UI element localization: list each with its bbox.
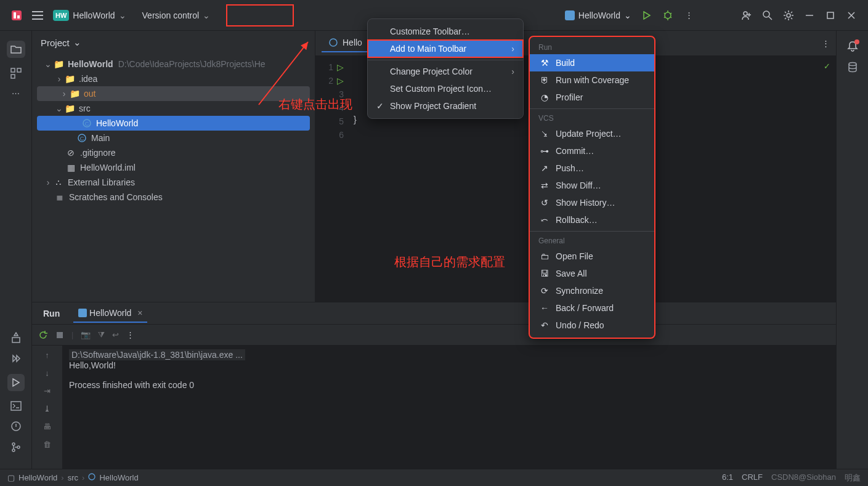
database-tool-icon[interactable] [847,62,858,73]
ctx-show-diff[interactable]: ⇄Show Diff… [530,177,654,194]
ctx-change-project-color[interactable]: Change Project Color› [368,63,523,80]
up-icon[interactable]: ↑ [45,350,49,360]
ctx-back-forward[interactable]: ←Back / Forward [530,299,654,317]
ctx-header-vcs: VCS [530,111,654,125]
class-icon: C [81,119,92,128]
git-tool-icon[interactable] [10,442,22,453]
panel-header[interactable]: Project ⌄ [32,31,315,54]
commit-icon: ⊶ [538,146,551,156]
ctx-synchronize[interactable]: ⟳Synchronize [530,282,654,299]
tree-node-helloworld-class[interactable]: C HelloWorld [37,116,310,131]
services-tool-icon[interactable] [10,353,22,364]
more-icon[interactable]: ⋮ [681,7,697,23]
editor-tab-hello[interactable]: Hello [322,34,368,52]
gear-icon[interactable] [781,7,797,23]
annotation-highlight-box [226,4,294,26]
ctx-build[interactable]: ⚒Build [530,54,654,71]
line-separator[interactable]: CRLF [742,472,763,484]
ctx-show-history[interactable]: ↺Show History… [530,194,654,211]
more-tabs-icon[interactable]: ⋮ [822,39,830,48]
run-tab-run[interactable]: Run [38,305,65,322]
ctx-profiler[interactable]: ◔Profiler [530,89,654,106]
camera-icon[interactable]: 📷 [81,330,91,339]
folder-icon: 📁 [64,103,75,113]
tree-node-out[interactable]: › 📁 out [37,86,310,101]
ctx-show-gradient[interactable]: ✓Show Project Gradient [368,97,523,115]
close-icon[interactable] [843,7,859,23]
debug-icon[interactable] [660,7,676,23]
ctx-push[interactable]: ↗Push… [530,160,654,177]
svg-rect-9 [11,68,15,72]
notifications-icon[interactable] [847,41,858,52]
tree-node-idea[interactable]: › 📁 .idea [32,71,315,86]
project-selector[interactable]: HW HelloWorld ⌄ [48,7,131,23]
structure-tool-icon[interactable] [10,68,22,79]
run-config-selector[interactable]: HelloWorld ⌄ [560,8,636,23]
rollback-icon: ⤺ [538,215,551,225]
hamburger-icon[interactable] [30,7,46,23]
svg-point-21 [330,39,337,46]
ctx-update-project[interactable]: ⭸Update Project… [530,125,654,142]
rerun-icon[interactable] [38,330,48,340]
down-icon[interactable]: ↓ [45,368,49,378]
maximize-icon[interactable] [822,7,838,23]
build-tool-icon[interactable] [10,332,22,343]
more-icon[interactable]: ⋮ [126,330,134,339]
run-panel-tabs: Run HelloWorld × [32,302,836,325]
minimize-icon[interactable] [801,7,817,23]
svg-point-16 [17,446,20,448]
svg-rect-22 [78,309,87,317]
ctx-header-run: Run [530,41,654,54]
project-tool-icon[interactable] [7,41,25,58]
tree-root[interactable]: ⌄ 📁 HelloWorld D:\Code\IdeaProjects\Jdk8… [32,57,315,71]
add-user-icon[interactable] [739,7,755,23]
ctx-undo-redo[interactable]: ↶Undo / Redo [530,317,654,334]
undo-icon: ↶ [538,320,551,330]
scratch-icon: ≣ [54,192,65,202]
problems-tool-icon[interactable] [10,421,22,432]
svg-rect-23 [57,332,63,338]
tree-node-external-libs[interactable]: › ⛬ External Libraries [32,175,315,190]
soft-wrap-icon[interactable]: ⇥ [44,386,51,395]
folder-icon: 📁 [53,59,64,69]
terminal-tool-icon[interactable] [10,401,22,411]
ctx-custom-project-icon[interactable]: Set Custom Project Icon… [368,80,523,97]
more-tools-icon[interactable]: ⋯ [12,89,20,98]
scroll-end-icon[interactable]: ⤓ [44,404,51,413]
console-output[interactable]: D:\Software\Java\jdk-1.8_381\bin\java.ex… [63,346,836,469]
close-tab-icon[interactable]: × [137,308,142,318]
ctx-commit[interactable]: ⊶Commit… [530,142,654,160]
search-icon[interactable] [760,7,776,23]
tree-node-gitignore[interactable]: ⊘ .gitignore [32,145,315,160]
tree-node-iml[interactable]: ▦ HelloWorld.iml [32,160,315,175]
chevron-down-icon: ⌄ [119,10,126,20]
svg-point-25 [89,474,95,480]
run-icon[interactable] [639,7,655,23]
ctx-run-coverage[interactable]: ⛨Run with Coverage [530,71,654,89]
ctx-customize-toolbar[interactable]: Customize Toolbar… [368,23,523,40]
breadcrumb[interactable]: ▢ HelloWorld › src › HelloWorld [7,473,139,482]
filter-icon[interactable]: ⧩ [98,330,105,340]
wrap-icon[interactable]: ↩ [112,330,119,339]
run-tab-hw[interactable]: HelloWorld × [73,304,147,323]
stop-icon[interactable] [55,331,64,339]
svg-point-5 [744,12,747,15]
tree-node-scratches[interactable]: ≣ Scratches and Consoles [32,190,315,205]
chevron-down-icon: ⌄ [54,103,64,113]
ctx-rollback[interactable]: ⤺Rollback… [530,211,654,229]
svg-rect-2 [17,15,20,18]
tree-node-src[interactable]: ⌄ 📁 src [32,101,315,116]
vcs-selector[interactable]: Version control ⌄ [137,8,216,23]
project-tree[interactable]: ⌄ 📁 HelloWorld D:\Code\IdeaProjects\Jdk8… [32,54,315,207]
run-tool-icon[interactable] [7,374,25,391]
project-panel: Project ⌄ ⌄ 📁 HelloWorld D:\Code\IdeaPro… [32,31,315,302]
back-icon: ← [538,303,551,313]
print-icon[interactable]: 🖶 [43,422,51,431]
ctx-add-main-toolbar[interactable]: Add to Main Toolbar› [368,40,523,57]
caret-position[interactable]: 6:1 [722,472,733,484]
ctx-open-file[interactable]: 🗀Open File [530,248,654,265]
tree-node-main-class[interactable]: C Main [32,131,315,145]
inspection-ok-icon[interactable]: ✓ [824,62,830,71]
clear-icon[interactable]: 🗑 [43,440,51,449]
ctx-save-all[interactable]: 🖫Save All [530,265,654,282]
